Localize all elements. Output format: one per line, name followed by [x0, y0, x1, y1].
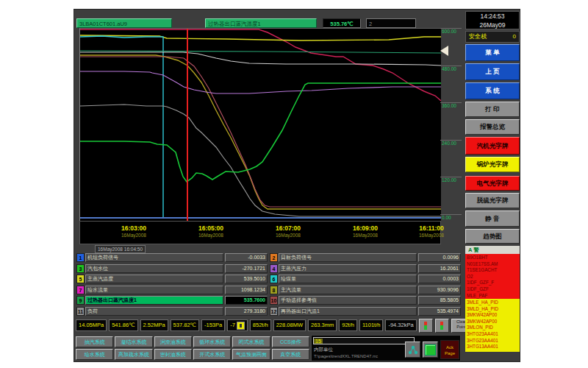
trend-title-field[interactable]: 过热器出口蒸汽温度1	[205, 18, 317, 28]
alarm-tag[interactable]: 3MKW42AP00	[467, 319, 518, 325]
green-square-icon	[425, 344, 436, 355]
legend-color-chip: 6	[270, 275, 278, 283]
alarm-tag[interactable]: MLE_PAF	[467, 293, 518, 299]
legend-row[interactable]: 1机组负荷信号-0.0033	[76, 253, 268, 262]
time-axis: 16:03:0016May200816:05:0016May200816:07:…	[79, 221, 441, 244]
sidebar-button-10[interactable]: 静 音	[465, 210, 520, 227]
clock-time: 14:24:53	[466, 12, 519, 21]
alarm-tag[interactable]: O2	[467, 274, 518, 280]
system-page-button[interactable]: 抽汽系统	[76, 336, 113, 347]
alarm-tag[interactable]: 3MLD_HA_PID	[467, 306, 518, 313]
alarm-tag[interactable]: N01E17SS.AM	[467, 261, 518, 268]
tick-time: 16:11:00	[406, 224, 457, 232]
time-tick: 16:11:0016May2008	[406, 224, 457, 238]
legend-label: 主蒸汽温度	[85, 275, 223, 283]
alarm-tag[interactable]: 1IDF_GZF_F	[467, 280, 518, 286]
sidebar-button-3[interactable]: 系 统	[465, 82, 520, 99]
system-page-button[interactable]: 真空系统	[272, 349, 309, 360]
trend-curves	[80, 29, 441, 221]
ack-page-button[interactable]: Ack Page	[440, 340, 459, 359]
valve-indicator-button[interactable]	[419, 319, 433, 333]
curve-violet-pressure	[80, 71, 441, 93]
system-page-button[interactable]: 开式水系统	[193, 349, 231, 360]
scale-label: 240.00	[440, 140, 462, 146]
curve-olive-steam-flow	[80, 55, 441, 209]
status-text: 852t/h	[253, 320, 268, 330]
alarm-tag[interactable]: 3MLON_PID	[467, 325, 518, 331]
tick-time: 16:03:00	[108, 224, 159, 232]
status-text: 92t/h	[342, 320, 354, 330]
sidebar-button-7[interactable]: 锅炉光字牌	[465, 157, 520, 172]
legend-label: 再热器出口汽温1	[279, 307, 417, 316]
sidebar: 14:24:53 26May09 安全栈 0 菜 单上 页系 统打 印报警总览汽…	[464, 10, 521, 363]
first-out-alarm-strip[interactable]: A 警	[465, 246, 520, 254]
legend-label: 主汽流量	[279, 286, 417, 294]
trend-plot[interactable]	[79, 28, 441, 221]
time-tick: 16:09:0016May2008	[340, 224, 391, 238]
legend-row[interactable]: 6给煤量0.0003	[270, 275, 461, 283]
legend-row[interactable]: 11负荷279.3180	[76, 307, 268, 316]
alarm-list-yellow[interactable]: 3MLE_HA_PID3MLD_HA_PID3MKW42AP003MKW42AP…	[465, 299, 520, 352]
legend-value: 0.0096	[418, 253, 461, 262]
legend-row[interactable]: 3汽包水位-270.1721	[76, 264, 268, 273]
legend-row[interactable]: 9过热器出口蒸汽温度1535.7600	[76, 296, 268, 305]
legend-color-chip: 8	[270, 286, 278, 294]
valve-indicator-button[interactable]	[435, 319, 449, 333]
system-page-button[interactable]: 高加疏水系统	[115, 349, 152, 360]
legend-row[interactable]: 5主蒸汽温度539.5010	[76, 275, 268, 283]
legend-value: 16.2061	[418, 264, 461, 273]
status-text: 14.05MPa	[79, 320, 104, 330]
legend-color-chip: 9	[76, 296, 85, 305]
sidebar-button-2[interactable]: 上 页	[465, 63, 520, 80]
alarm-tag[interactable]: 3MKW42AP00	[467, 312, 518, 319]
system-page-button[interactable]: 气温预测画面	[232, 349, 270, 360]
green-square-button[interactable]	[423, 342, 438, 358]
legend-color-chip: 12	[270, 307, 278, 316]
system-page-button[interactable]: 闭式水系统	[232, 336, 270, 347]
alarm-tag[interactable]: B9O1BHT	[467, 255, 518, 261]
sidebar-button-8[interactable]: 电气光字牌	[465, 176, 520, 191]
system-page-button[interactable]: 给水系统	[76, 349, 113, 360]
trend-value-readout: 535.76℃	[323, 18, 361, 28]
status-text: -94.32kPa	[388, 320, 413, 330]
legend-color-chip: 1	[76, 253, 85, 262]
legend-row[interactable]: 8主汽流量930.9096	[270, 286, 461, 294]
sidebar-button-1[interactable]: 菜 单	[465, 44, 520, 61]
trend-tag-field[interactable]: 3LBA01CT601.aU9	[76, 18, 172, 28]
legend-row[interactable]: 4主蒸汽压力16.2061	[270, 264, 461, 273]
status-value: 541.86℃	[109, 319, 137, 331]
cursor-value-marker-icon[interactable]	[440, 46, 448, 56]
sidebar-button-4[interactable]: 打 印	[465, 102, 520, 117]
molecule-icon	[407, 344, 418, 355]
network-icon[interactable]	[405, 342, 420, 358]
legend-row[interactable]: 10手动选择参考值85.5805	[270, 296, 461, 305]
legend-color-chip: 11	[76, 307, 85, 316]
alarm-tag[interactable]: T1SE1GACHT	[467, 267, 518, 274]
legend-row[interactable]: 7给水流量1098.1234	[76, 286, 268, 294]
legend-row[interactable]: 12再热器出口汽温1535.4974	[270, 307, 461, 316]
command-input[interactable]: 15	[313, 337, 415, 344]
alarm-tag[interactable]: 3HTG23AA401	[467, 331, 518, 338]
trend-aux-field[interactable]: 2	[366, 18, 416, 28]
status-value: 263.3mm	[308, 319, 337, 331]
alarm-tag[interactable]: 3MLE_HA_PID	[467, 300, 518, 306]
system-page-button[interactable]: CCS操作	[272, 336, 309, 347]
system-page-button[interactable]: 凝结水系统	[115, 336, 152, 347]
page: 3LBA01CT601.aU9 过热器出口蒸汽温度1 535.76℃ 2 600…	[0, 0, 588, 368]
alarm-tag[interactable]: 3HTG23AA401	[467, 338, 518, 344]
sidebar-button-9[interactable]: 脱硫光字牌	[465, 193, 520, 208]
legend-row[interactable]: 2目标负荷信号0.0096	[270, 253, 461, 262]
alarm-tag[interactable]: 1IDF_GZF	[467, 286, 518, 293]
system-page-button[interactable]: 润滑油系统	[154, 336, 192, 347]
sidebar-button-11[interactable]: 趋势图	[465, 229, 520, 244]
system-page-button[interactable]: 循环水系统	[193, 336, 231, 347]
status-text: 263.3mm	[311, 320, 334, 330]
alarm-list-red[interactable]: B9O1BHTN01E17SS.AMT1SE1GACHTO21IDF_GZF_F…	[465, 254, 520, 299]
sidebar-button-6[interactable]: 汽机光字牌	[465, 137, 520, 155]
system-page-button[interactable]: 密封油系统	[154, 349, 192, 360]
status-value: 228.08MW	[273, 319, 306, 331]
alarm-tag[interactable]: 3HTG13AA401	[467, 344, 518, 350]
sidebar-button-5[interactable]: 报警总览	[465, 119, 520, 135]
legend-label: 主蒸汽压力	[279, 264, 417, 273]
scale-label: 360.00	[440, 102, 462, 108]
